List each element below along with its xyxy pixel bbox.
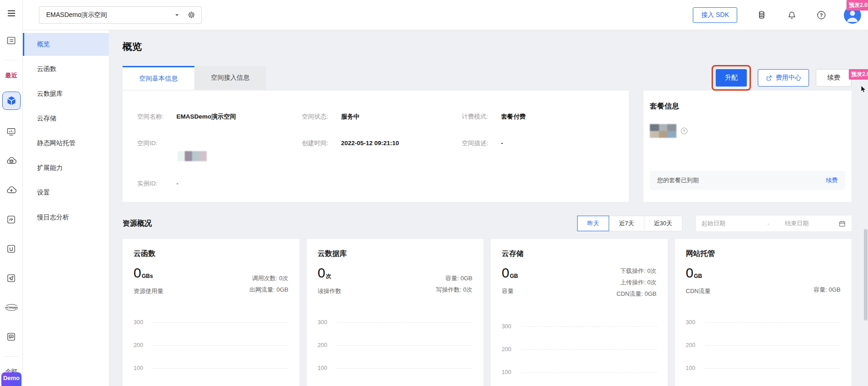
rail-item-monitor[interactable] [4,124,19,139]
field-create-time: 创建时间: 2022-05-12 09:21:10 [302,139,462,161]
plan-name-redacted-value [650,124,676,138]
filter-last-30-days[interactable]: 近30天 [644,216,682,231]
access-sdk-button[interactable]: 接入 SDK [693,7,737,23]
metric-value: 0GB [686,265,814,283]
usage-chart: 300 200 100 [318,311,473,380]
field-instance-id: 实例ID: - [137,179,302,188]
field-space-name: 空间名称: EMASDemo演示空间 [137,113,302,121]
workspace-selector[interactable]: EMASDemo演示空间 [39,6,202,24]
workspace-list-icon[interactable] [4,33,19,48]
resource-card-cloud-function: 云函数 0GBs 资源使用量 调用次数: 0次 出网流量: 0GB [123,239,300,386]
rail-recent-label: 最近 [5,71,17,80]
sidebar-item-cloud-database[interactable]: 云数据库 [23,82,109,105]
page-actions: 升配 费用中心 续费 预发2.0 [712,65,852,91]
rail-item-cloud-storage[interactable] [4,182,19,198]
svg-text:?: ? [820,12,823,17]
app-root: 最近 HTTPDNS 全部 Demo [0,0,868,386]
svg-text:HTTPDNS: HTTPDNS [5,306,17,309]
sidebar-item-cloud-function[interactable]: 云函数 [23,58,109,81]
renew-button-label: 续费 [827,74,840,81]
chevron-down-icon [174,12,180,18]
sidebar-item-settings[interactable]: 设置 [23,181,109,204]
plan-expired-notice: 您的套餐已到期 [657,176,699,185]
env-badge-renew: 预发2.0 [849,69,868,80]
start-date-placeholder[interactable]: 起始日期 [702,219,725,228]
topbar: EMASDemo演示空间 接入 SDK ? [23,0,868,30]
workspace-settings-gear-icon[interactable] [187,11,196,19]
mouse-cursor [861,85,867,93]
calendar-icon[interactable] [838,220,846,228]
end-date-placeholder[interactable]: 结束日期 [785,219,809,228]
metric-label: 容量 [502,287,616,295]
help-icon[interactable]: ? [816,10,826,20]
date-range-separator: - [767,220,769,227]
field-space-id: 空间ID: [137,139,302,161]
plan-help-icon[interactable]: ? [680,127,688,135]
rail-divider [5,60,18,60]
resource-card-cloud-database: 云数据库 0次 读操作数 容量: 0GB 写操作数: 0次 [307,239,484,386]
metric-label: 读操作数 [318,287,436,295]
sidebar-item-cloud-storage[interactable]: 云存储 [23,107,109,130]
tab-space-access-info[interactable]: 空间接入信息 [194,66,266,90]
usage-chart: 300 200 100 [502,315,657,384]
page-title: 概览 [123,40,852,53]
topbar-right: 接入 SDK ? [693,6,861,24]
resource-card-cloud-storage: 云存储 0GB 容量 下载操作: 0次 上传操作: 0次 CDN流量: 0GB [491,239,668,386]
field-billing-mode: 计费模式: 套餐付费 [462,113,614,121]
time-range-segmented-control: 昨天 近7天 近30天 [578,216,682,231]
vertical-scrollbar-thumb[interactable] [864,229,868,321]
tab-space-basic-info[interactable]: 空间基本信息 [123,66,194,90]
metric-value: 0GBs [134,265,249,283]
rail-item-gauge[interactable] [4,212,19,227]
upgrade-button[interactable]: 升配 [716,69,747,87]
plan-renew-link[interactable]: 续费 [826,176,838,185]
metric-value: 0次 [318,265,436,283]
resources-section-title: 资源概况 [123,219,152,228]
sidebar-nav: 概览 云函数 云数据库 云存储 静态网站托管 扩展能力 设置 慢日志分析 [23,30,109,386]
metric-value: 0GB [502,265,616,283]
filter-last-7-days[interactable]: 近7天 [609,216,644,231]
sidebar-item-slow-log[interactable]: 慢日志分析 [23,206,109,229]
external-link-icon [766,75,772,82]
field-space-description: 空间描述: - [462,139,614,161]
space-info-card: 空间名称: EMASDemo演示空间 空间状态: 服务中 计费模式: 套餐付费 [123,91,629,202]
metric-stats: 容量: 0GB 写操作数: 0次 [436,272,472,295]
annotation-highlight-box: 升配 [712,65,751,91]
billing-center-label: 费用中心 [776,74,801,82]
metric-stats: 调用次数: 0次 出网流量: 0GB [249,272,288,295]
usage-chart: 300 200 100 [686,311,841,380]
billing-center-button[interactable]: 费用中心 [758,69,809,87]
sidebar-item-static-hosting[interactable]: 静态网站托管 [23,132,109,155]
field-space-status: 空间状态: 服务中 [302,113,462,121]
rail-item-cloud-database[interactable] [4,153,19,169]
plan-info-card: 套餐信息 ? 您的套餐已到期 续费 [643,91,852,202]
main-content: 概览 空间基本信息 空间接入信息 升配 费用中心 [109,30,868,386]
metric-stats: 下载操作: 0次 上传操作: 0次 CDN流量: 0GB [616,265,656,299]
env-badge-topright: 预发2.0 [847,0,868,11]
demo-environment-badge: Demo [1,372,21,386]
rail-divider-bottom [5,356,18,357]
metric-label: 资源使用量 [134,287,249,295]
rail-item-emas-serverless-active[interactable] [2,92,21,110]
metric-stats: 容量: 0GB [814,284,841,295]
hamburger-menu-icon[interactable] [6,8,17,19]
metric-label: CDN流量 [686,287,814,295]
svg-text:?: ? [683,129,685,133]
resource-card-web-hosting: 网站托管 0GB CDN流量 容量: 0GB 300 [675,239,852,386]
date-range-picker[interactable]: 起始日期 - 结束日期 [696,216,852,231]
rail-item-httpdns[interactable]: HTTPDNS [4,299,19,315]
cube-icon [6,95,17,106]
rail-item-send[interactable] [4,270,19,286]
sidebar-item-overview[interactable]: 概览 [23,33,109,56]
plan-expired-bar: 您的套餐已到期 续费 [650,171,845,190]
rail-item-feedback[interactable] [4,329,19,344]
sidebar-item-extensions[interactable]: 扩展能力 [23,157,109,179]
renew-button[interactable]: 续费 预发2.0 [816,69,852,87]
notifications-bell-icon[interactable] [787,10,797,20]
filter-yesterday[interactable]: 昨天 [577,216,609,231]
icon-rail: 最近 HTTPDNS 全部 Demo [0,0,23,386]
usage-chart: 300 200 100 [134,311,289,380]
billing-coins-icon[interactable] [756,10,767,21]
plan-card-title: 套餐信息 [650,102,845,111]
rail-item-waveform[interactable] [4,241,19,256]
